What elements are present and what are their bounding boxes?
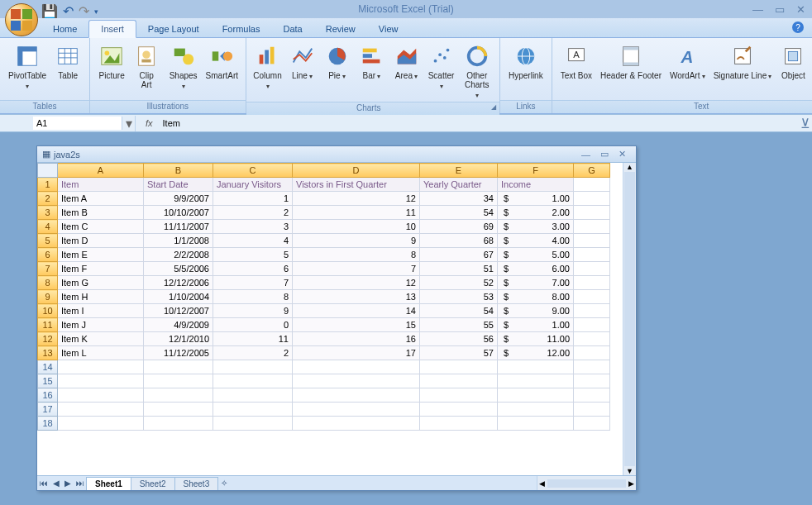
cell-B10[interactable]: 10/12/2007 <box>144 304 213 318</box>
cell-G7[interactable] <box>574 262 610 276</box>
sheet-tab-1[interactable]: Sheet1 <box>86 477 131 490</box>
cell-G2[interactable] <box>574 192 610 206</box>
cell-C1[interactable]: January Visitors <box>213 178 293 192</box>
cell-F9[interactable]: $8.00 <box>498 290 574 304</box>
row-header-3[interactable]: 3 <box>38 206 58 220</box>
cell-E18[interactable] <box>420 417 498 431</box>
cell-C12[interactable]: 11 <box>213 332 293 346</box>
close-icon[interactable]: ✕ <box>796 3 805 16</box>
cell-G10[interactable] <box>574 304 610 318</box>
fx-icon[interactable]: fx <box>139 118 160 128</box>
cell-B8[interactable]: 12/12/2006 <box>144 276 213 290</box>
cell-A14[interactable] <box>58 360 144 374</box>
cell-C17[interactable] <box>213 403 293 417</box>
cell-A10[interactable]: Item I <box>58 304 144 318</box>
line-chart-button[interactable]: Line <box>286 41 319 83</box>
row-header-13[interactable]: 13 <box>38 346 58 360</box>
cell-F10[interactable]: $9.00 <box>498 304 574 318</box>
row-header-17[interactable]: 17 <box>38 403 58 417</box>
sheet-tab-2[interactable]: Sheet2 <box>131 477 175 490</box>
row-header-12[interactable]: 12 <box>38 332 58 346</box>
cell-A17[interactable] <box>58 403 144 417</box>
cell-E12[interactable]: 56 <box>420 332 498 346</box>
cell-B12[interactable]: 12/1/2010 <box>144 332 213 346</box>
wb-minimize-icon[interactable]: — <box>576 150 595 160</box>
row-header-16[interactable]: 16 <box>38 388 58 403</box>
cell-E13[interactable]: 57 <box>420 346 498 360</box>
table-button[interactable]: Table <box>51 41 84 82</box>
cell-G17[interactable] <box>574 403 610 417</box>
namebox-dropdown-icon[interactable]: ▾ <box>122 116 136 131</box>
cell-D11[interactable]: 15 <box>293 318 420 332</box>
cell-A2[interactable]: Item A <box>58 192 144 206</box>
cell-F3[interactable]: $2.00 <box>498 206 574 220</box>
cell-A15[interactable] <box>58 374 144 388</box>
cell-C11[interactable]: 0 <box>213 318 293 332</box>
cell-D15[interactable] <box>293 374 420 388</box>
cell-F2[interactable]: $1.00 <box>498 192 574 206</box>
cell-C9[interactable]: 8 <box>213 290 293 304</box>
tab-home[interactable]: Home <box>41 21 88 37</box>
cell-F5[interactable]: $4.00 <box>498 234 574 248</box>
cell-A18[interactable] <box>58 417 144 431</box>
cell-B18[interactable] <box>144 417 213 431</box>
cell-C13[interactable]: 2 <box>213 346 293 360</box>
pie-chart-button[interactable]: Pie <box>321 41 354 83</box>
cell-E16[interactable] <box>420 388 498 403</box>
cell-F4[interactable]: $3.00 <box>498 220 574 234</box>
area-chart-button[interactable]: Area <box>390 41 423 83</box>
cell-G11[interactable] <box>574 318 610 332</box>
cell-D10[interactable]: 14 <box>293 304 420 318</box>
cell-D16[interactable] <box>293 388 420 403</box>
cell-B16[interactable] <box>144 388 213 403</box>
tab-pagelayout[interactable]: Page Layout <box>136 21 211 37</box>
cell-B13[interactable]: 11/12/2005 <box>144 346 213 360</box>
cell-F13[interactable]: $12.00 <box>498 346 574 360</box>
minimize-icon[interactable]: — <box>752 3 763 16</box>
cell-E4[interactable]: 69 <box>420 220 498 234</box>
cell-D2[interactable]: 12 <box>293 192 420 206</box>
picture-button[interactable]: Picture <box>95 41 128 82</box>
cell-E17[interactable] <box>420 403 498 417</box>
cell-A16[interactable] <box>58 388 144 403</box>
cell-C8[interactable]: 7 <box>213 276 293 290</box>
tab-insert[interactable]: Insert <box>88 20 136 38</box>
restore-icon[interactable]: ▭ <box>775 3 785 16</box>
row-header-5[interactable]: 5 <box>38 234 58 248</box>
wb-close-icon[interactable]: ✕ <box>614 149 631 160</box>
cell-C4[interactable]: 3 <box>213 220 293 234</box>
cell-D18[interactable] <box>293 417 420 431</box>
cell-F6[interactable]: $5.00 <box>498 248 574 262</box>
signature-button[interactable]: Signature Line <box>710 41 776 83</box>
textbox-button[interactable]: AText Box <box>557 41 595 82</box>
cell-E11[interactable]: 55 <box>420 318 498 332</box>
cell-F14[interactable] <box>498 360 574 374</box>
cell-A9[interactable]: Item H <box>58 290 144 304</box>
cell-E2[interactable]: 34 <box>420 192 498 206</box>
cell-B14[interactable] <box>144 360 213 374</box>
row-header-2[interactable]: 2 <box>38 192 58 206</box>
cell-G6[interactable] <box>574 248 610 262</box>
cell-E10[interactable]: 54 <box>420 304 498 318</box>
cell-F8[interactable]: $7.00 <box>498 276 574 290</box>
wb-maximize-icon[interactable]: ▭ <box>595 149 614 160</box>
cell-D12[interactable]: 16 <box>293 332 420 346</box>
cell-B3[interactable]: 10/10/2007 <box>144 206 213 220</box>
cell-E7[interactable]: 51 <box>420 262 498 276</box>
row-header-11[interactable]: 11 <box>38 318 58 332</box>
formula-expand-icon[interactable]: ⊻ <box>799 116 812 131</box>
cell-B2[interactable]: 9/9/2007 <box>144 192 213 206</box>
cell-A13[interactable]: Item L <box>58 346 144 360</box>
cell-G4[interactable] <box>574 220 610 234</box>
cell-C15[interactable] <box>213 374 293 388</box>
cell-D4[interactable]: 10 <box>293 220 420 234</box>
cell-G16[interactable] <box>574 388 610 403</box>
clipart-button[interactable]: Clip Art <box>130 41 163 91</box>
cell-D9[interactable]: 13 <box>293 290 420 304</box>
cell-B17[interactable] <box>144 403 213 417</box>
column-chart-button[interactable]: Column <box>251 41 284 93</box>
tab-nav-first-icon[interactable]: ⏮ <box>37 479 50 488</box>
cell-C3[interactable]: 2 <box>213 206 293 220</box>
other-charts-button[interactable]: Other Charts <box>460 41 494 102</box>
cell-F1[interactable]: Income <box>498 178 574 192</box>
